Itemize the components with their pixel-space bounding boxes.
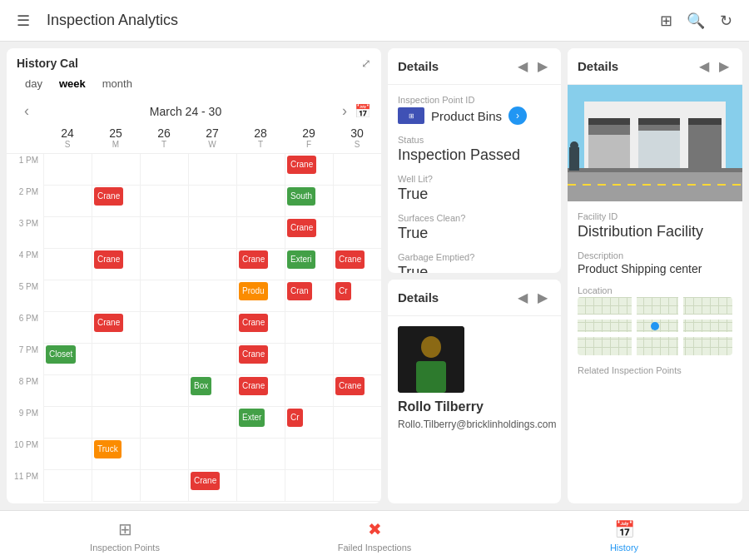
cell-4pm-mon[interactable]: Crane — [92, 249, 140, 280]
event-crane-8pm-sat[interactable]: Crane — [335, 377, 365, 395]
calendar-icon[interactable]: 📅 — [355, 103, 371, 119]
cell-5pm-sun[interactable] — [43, 280, 92, 312]
cell-3pm-mon[interactable] — [92, 217, 140, 249]
cell-7pm-mon[interactable] — [92, 344, 140, 375]
cell-8pm-fri[interactable] — [285, 375, 333, 407]
event-closet-7pm-sun[interactable]: Closet — [46, 345, 76, 364]
cell-7pm-sun[interactable]: Closet — [43, 344, 92, 375]
cell-6pm-fri[interactable] — [285, 312, 333, 344]
cell-11pm-fri[interactable] — [285, 470, 333, 502]
facility-prev-btn[interactable]: ◀ — [696, 57, 712, 76]
cell-8pm-mon[interactable] — [92, 375, 140, 407]
cell-5pm-fri[interactable]: Cran — [285, 280, 333, 312]
cell-9pm-fri[interactable]: Cr — [285, 407, 333, 439]
menu-icon[interactable]: ☰ — [13, 11, 33, 31]
cell-10pm-wed[interactable] — [188, 439, 236, 470]
cell-5pm-wed[interactable] — [188, 280, 236, 312]
cell-7pm-fri[interactable] — [285, 344, 333, 375]
cell-1pm-sat[interactable] — [333, 154, 381, 186]
grid-icon[interactable]: ⊞ — [656, 11, 676, 31]
map-placeholder[interactable] — [578, 297, 732, 355]
cell-7pm-wed[interactable] — [188, 344, 236, 375]
cell-3pm-wed[interactable] — [188, 217, 236, 249]
cell-10pm-sat[interactable] — [333, 439, 381, 470]
cell-11pm-wed[interactable]: Crane — [188, 470, 236, 502]
facility-next-btn[interactable]: ▶ — [716, 57, 732, 76]
cell-11pm-sat[interactable] — [333, 470, 381, 502]
nav-history[interactable]: 📅 History — [499, 511, 749, 560]
cell-3pm-fri[interactable]: Crane — [285, 217, 333, 249]
cell-10pm-tue[interactable] — [140, 439, 188, 470]
cell-5pm-mon[interactable] — [92, 280, 140, 312]
cell-2pm-wed[interactable] — [188, 186, 236, 217]
cell-10pm-mon[interactable]: Truck — [92, 439, 140, 470]
cell-9pm-thu[interactable]: Exter — [236, 407, 285, 439]
cell-2pm-tue[interactable] — [140, 186, 188, 217]
cell-10pm-fri[interactable] — [285, 439, 333, 470]
event-crane-4pm-mon[interactable]: Crane — [94, 250, 123, 269]
go-button[interactable]: › — [508, 107, 527, 125]
event-box-8pm-wed[interactable]: Box — [191, 377, 211, 395]
event-south-2pm-fri[interactable]: South — [287, 187, 315, 206]
cell-11pm-thu[interactable] — [236, 470, 285, 502]
cell-2pm-sun[interactable] — [43, 186, 92, 217]
cell-11pm-sun[interactable] — [43, 470, 92, 502]
next-week-button[interactable]: › — [335, 102, 355, 120]
expand-icon[interactable]: ⤢ — [361, 57, 371, 70]
event-crane-6pm-mon[interactable]: Crane — [94, 314, 123, 332]
cell-8pm-thu[interactable]: Crane — [236, 375, 285, 407]
cell-4pm-wed[interactable] — [188, 249, 236, 280]
cell-2pm-mon[interactable]: Crane — [92, 186, 140, 217]
cell-6pm-mon[interactable]: Crane — [92, 312, 140, 344]
cell-3pm-tue[interactable] — [140, 217, 188, 249]
event-crane-4pm-thu[interactable]: Crane — [239, 250, 268, 269]
prev-week-button[interactable]: ‹ — [17, 102, 37, 120]
cell-9pm-sat[interactable] — [333, 407, 381, 439]
cell-9pm-wed[interactable] — [188, 407, 236, 439]
cell-1pm-wed[interactable] — [188, 154, 236, 186]
cell-1pm-thu[interactable] — [236, 154, 285, 186]
cell-1pm-fri[interactable]: Crane — [285, 154, 333, 186]
cell-8pm-sun[interactable] — [43, 375, 92, 407]
cell-2pm-sat[interactable] — [333, 186, 381, 217]
cell-6pm-tue[interactable] — [140, 312, 188, 344]
cell-9pm-tue[interactable] — [140, 407, 188, 439]
cell-1pm-mon[interactable] — [92, 154, 140, 186]
cell-4pm-sun[interactable] — [43, 249, 92, 280]
cell-5pm-tue[interactable] — [140, 280, 188, 312]
cell-9pm-sun[interactable] — [43, 407, 92, 439]
event-exteri-4pm-fri[interactable]: Exteri — [287, 250, 315, 269]
tab-day[interactable]: day — [17, 75, 51, 92]
event-crane-5pm-fri[interactable]: Cran — [287, 282, 312, 300]
cell-1pm-tue[interactable] — [140, 154, 188, 186]
details-next-top[interactable]: ▶ — [534, 57, 551, 76]
cell-6pm-sun[interactable] — [43, 312, 92, 344]
event-exter-9pm-thu[interactable]: Exter — [239, 409, 265, 427]
event-cr-5pm-sat[interactable]: Cr — [335, 282, 351, 300]
cell-2pm-thu[interactable] — [236, 186, 285, 217]
cell-4pm-fri[interactable]: Exteri — [285, 249, 333, 280]
search-icon[interactable]: 🔍 — [686, 11, 706, 31]
event-crane-1pm-fri[interactable]: Crane — [287, 156, 316, 174]
refresh-icon[interactable]: ↻ — [716, 11, 736, 31]
details-next-person[interactable]: ▶ — [534, 288, 551, 307]
cell-3pm-thu[interactable] — [236, 217, 285, 249]
cell-8pm-wed[interactable]: Box — [188, 375, 236, 407]
details-prev-person[interactable]: ◀ — [514, 288, 531, 307]
cell-11pm-mon[interactable] — [92, 470, 140, 502]
cell-10pm-sun[interactable] — [43, 439, 92, 470]
tab-month[interactable]: month — [94, 75, 141, 92]
event-crane-11pm-wed[interactable]: Crane — [191, 472, 220, 490]
event-cr-9pm-fri[interactable]: Cr — [287, 409, 303, 427]
cell-11pm-tue[interactable] — [140, 470, 188, 502]
cell-4pm-sat[interactable]: Crane — [333, 249, 381, 280]
cell-1pm-sun[interactable] — [43, 154, 92, 186]
cell-5pm-thu[interactable]: Produ — [236, 280, 285, 312]
cell-10pm-thu[interactable] — [236, 439, 285, 470]
cell-2pm-fri[interactable]: South — [285, 186, 333, 217]
cell-4pm-tue[interactable] — [140, 249, 188, 280]
nav-inspection-points[interactable]: ⊞ Inspection Points — [0, 511, 250, 560]
cell-7pm-sat[interactable] — [333, 344, 381, 375]
event-crane-2pm-mon[interactable]: Crane — [94, 187, 123, 206]
cell-3pm-sat[interactable] — [333, 217, 381, 249]
